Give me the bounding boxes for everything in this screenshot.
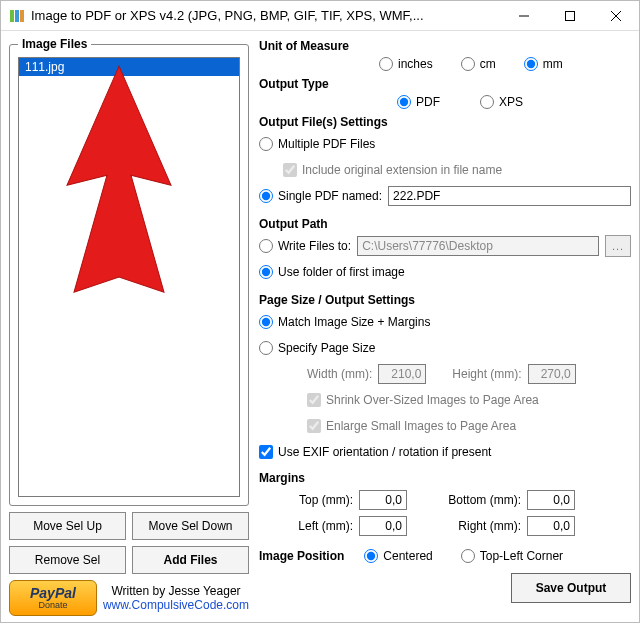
output-type-heading: Output Type	[259, 77, 631, 91]
width-input	[378, 364, 426, 384]
output-path-input	[357, 236, 599, 256]
browse-path-button[interactable]: ...	[605, 235, 631, 257]
match-image-size-radio[interactable]: Match Image Size + Margins	[259, 315, 430, 329]
write-files-to-radio[interactable]: Write Files to:	[259, 239, 351, 253]
centered-radio[interactable]: Centered	[364, 549, 432, 563]
page-size-heading: Page Size / Output Settings	[259, 293, 631, 307]
annotation-arrow	[19, 58, 239, 496]
svg-rect-0	[10, 10, 14, 22]
height-label: Height (mm):	[452, 367, 521, 381]
single-pdf-name-input[interactable]	[388, 186, 631, 206]
remove-sel-button[interactable]: Remove Sel	[9, 546, 126, 574]
margin-left-input[interactable]	[359, 516, 407, 536]
height-input	[528, 364, 576, 384]
output-type-xps-radio[interactable]: XPS	[480, 95, 523, 109]
credits-author: Written by Jesse Yeager	[111, 584, 240, 598]
svg-marker-7	[67, 66, 171, 292]
margins-heading: Margins	[259, 471, 631, 485]
output-path-heading: Output Path	[259, 217, 631, 231]
enlarge-images-checkbox: Enlarge Small Images to Page Area	[307, 419, 516, 433]
close-button[interactable]	[593, 1, 639, 31]
image-files-legend: Image Files	[18, 37, 91, 51]
save-output-button[interactable]: Save Output	[511, 573, 631, 603]
include-extension-checkbox: Include original extension in file name	[283, 163, 502, 177]
minimize-icon	[519, 11, 529, 21]
image-position-heading: Image Position	[259, 549, 344, 563]
use-folder-first-image-radio[interactable]: Use folder of first image	[259, 265, 405, 279]
margin-top-label: Top (mm):	[283, 493, 353, 507]
credits-url[interactable]: www.CompulsiveCode.com	[103, 598, 249, 612]
margin-bottom-input[interactable]	[527, 490, 575, 510]
paypal-donate-button[interactable]: PayPal Donate	[9, 580, 97, 616]
add-files-button[interactable]: Add Files	[132, 546, 249, 574]
close-icon	[611, 11, 621, 21]
donate-label-main: PayPal	[30, 586, 76, 600]
margin-right-input[interactable]	[527, 516, 575, 536]
shrink-images-checkbox: Shrink Over-Sized Images to Page Area	[307, 393, 539, 407]
margin-right-label: Right (mm):	[439, 519, 521, 533]
app-icon	[9, 8, 25, 24]
unit-mm-radio[interactable]: mm	[524, 57, 563, 71]
margin-left-label: Left (mm):	[283, 519, 353, 533]
move-sel-up-button[interactable]: Move Sel Up	[9, 512, 126, 540]
move-sel-down-button[interactable]: Move Sel Down	[132, 512, 249, 540]
single-pdf-radio[interactable]: Single PDF named:	[259, 189, 382, 203]
top-left-radio[interactable]: Top-Left Corner	[461, 549, 563, 563]
unit-cm-radio[interactable]: cm	[461, 57, 496, 71]
maximize-button[interactable]	[547, 1, 593, 31]
list-item[interactable]: 111.jpg	[19, 58, 239, 76]
output-type-pdf-radio[interactable]: PDF	[397, 95, 440, 109]
multiple-pdf-radio[interactable]: Multiple PDF Files	[259, 137, 375, 151]
minimize-button[interactable]	[501, 1, 547, 31]
titlebar: Image to PDF or XPS v4.2 (JPG, PNG, BMP,…	[1, 1, 639, 31]
maximize-icon	[565, 11, 575, 21]
margin-top-input[interactable]	[359, 490, 407, 510]
image-files-group: Image Files 111.jpg	[9, 37, 249, 506]
svg-rect-4	[566, 11, 575, 20]
specify-page-size-radio[interactable]: Specify Page Size	[259, 341, 375, 355]
margin-bottom-label: Bottom (mm):	[439, 493, 521, 507]
image-files-listbox[interactable]: 111.jpg	[18, 57, 240, 497]
unit-inches-radio[interactable]: inches	[379, 57, 433, 71]
unit-heading: Unit of Measure	[259, 39, 631, 53]
svg-rect-1	[15, 10, 19, 22]
svg-rect-2	[20, 10, 24, 22]
output-files-heading: Output File(s) Settings	[259, 115, 631, 129]
width-label: Width (mm):	[307, 367, 372, 381]
donate-label-small: Donate	[38, 601, 67, 610]
window-title: Image to PDF or XPS v4.2 (JPG, PNG, BMP,…	[31, 8, 424, 23]
use-exif-checkbox[interactable]: Use EXIF orientation / rotation if prese…	[259, 445, 491, 459]
